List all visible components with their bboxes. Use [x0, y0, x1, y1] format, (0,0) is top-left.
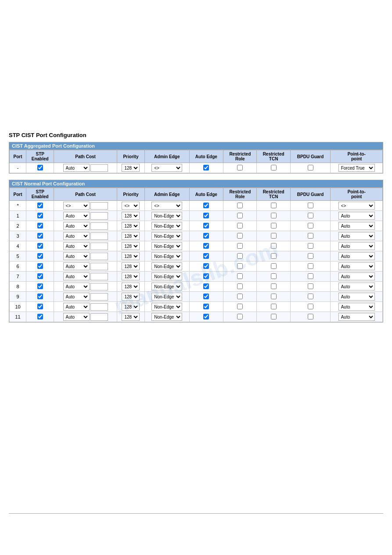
point-to-point-select[interactable]: AutoForced TrueForced False [338, 222, 375, 230]
priority-select[interactable]: 1280163248648096112144160176192208224240 [122, 262, 140, 270]
agg-auto-edge-checkbox[interactable] [203, 165, 209, 170]
admin-edge-select[interactable]: Non-EdgeEdgeAuto [151, 252, 182, 260]
restricted-tcn-checkbox[interactable] [271, 283, 277, 289]
path-cost-select[interactable]: AutoSpecific [63, 252, 90, 260]
path-cost-select[interactable]: AutoSpecific [63, 232, 90, 240]
agg-path-cost-select[interactable]: Auto Specific [63, 164, 90, 172]
auto-edge-checkbox[interactable] [203, 223, 209, 229]
wildcard-path-cost-input[interactable] [90, 202, 108, 210]
priority-select[interactable]: 1280163248648096112144160176192208224240 [122, 303, 140, 311]
agg-bpdu-guard-checkbox[interactable] [308, 165, 313, 170]
bpdu-guard-checkbox[interactable] [308, 223, 313, 229]
path-cost-select[interactable]: AutoSpecific [63, 242, 90, 250]
admin-edge-select[interactable]: Non-EdgeEdgeAuto [151, 222, 182, 230]
restricted-tcn-checkbox[interactable] [271, 223, 277, 229]
wildcard-auto-edge-checkbox[interactable] [203, 203, 209, 208]
auto-edge-checkbox[interactable] [203, 304, 209, 309]
stp-checkbox[interactable] [37, 223, 43, 229]
restricted-tcn-checkbox[interactable] [271, 294, 277, 299]
path-cost-input[interactable] [90, 273, 108, 280]
wildcard-stp-checkbox[interactable] [37, 203, 43, 208]
bpdu-guard-checkbox[interactable] [308, 273, 313, 279]
stp-checkbox[interactable] [37, 304, 43, 309]
restricted-tcn-checkbox[interactable] [271, 253, 277, 259]
admin-edge-select[interactable]: Non-EdgeEdgeAuto [151, 262, 182, 270]
wildcard-point-to-point-select[interactable]: <> Auto Forced True Forced False [338, 202, 375, 210]
path-cost-input[interactable] [90, 212, 108, 220]
agg-path-cost-input[interactable] [90, 164, 108, 172]
agg-priority-select[interactable]: 128 [122, 164, 140, 172]
agg-restricted-tcn-checkbox[interactable] [271, 165, 277, 170]
agg-stp-checkbox[interactable] [37, 165, 43, 170]
stp-checkbox[interactable] [37, 273, 43, 279]
point-to-point-select[interactable]: AutoForced TrueForced False [338, 232, 375, 240]
bpdu-guard-checkbox[interactable] [308, 294, 313, 299]
restricted-role-checkbox[interactable] [237, 263, 243, 269]
stp-checkbox[interactable] [37, 294, 43, 299]
restricted-role-checkbox[interactable] [237, 314, 243, 319]
priority-select[interactable]: 1280163248648096112144160176192208224240 [122, 242, 140, 250]
admin-edge-select[interactable]: Non-EdgeEdgeAuto [151, 283, 182, 290]
point-to-point-select[interactable]: AutoForced TrueForced False [338, 303, 375, 311]
path-cost-select[interactable]: AutoSpecific [63, 303, 90, 311]
admin-edge-select[interactable]: Non-EdgeEdgeAuto [151, 242, 182, 250]
path-cost-input[interactable] [90, 222, 108, 230]
agg-admin-edge-select[interactable]: <> Non-Edge Edge Auto [151, 164, 182, 172]
bpdu-guard-checkbox[interactable] [308, 314, 313, 319]
path-cost-select[interactable]: AutoSpecific [63, 222, 90, 230]
bpdu-guard-checkbox[interactable] [308, 304, 313, 309]
admin-edge-select[interactable]: Non-EdgeEdgeAuto [151, 272, 182, 280]
path-cost-input[interactable] [90, 263, 108, 270]
wildcard-priority-select[interactable]: <> 128 [122, 202, 140, 210]
path-cost-select[interactable]: AutoSpecific [63, 212, 90, 220]
admin-edge-select[interactable]: Non-EdgeEdgeAuto [151, 293, 182, 301]
path-cost-select[interactable]: AutoSpecific [63, 293, 90, 301]
point-to-point-select[interactable]: AutoForced TrueForced False [338, 272, 375, 280]
wildcard-restricted-tcn-checkbox[interactable] [271, 203, 277, 208]
priority-select[interactable]: 1280163248648096112144160176192208224240 [122, 252, 140, 260]
path-cost-input[interactable] [90, 232, 108, 240]
priority-select[interactable]: 1280163248648096112144160176192208224240 [122, 313, 140, 321]
path-cost-input[interactable] [90, 253, 108, 260]
priority-select[interactable]: 1280163248648096112144160176192208224240 [122, 212, 140, 220]
agg-point-to-point-select[interactable]: Forced True Auto Forced False [338, 164, 375, 172]
admin-edge-select[interactable]: Non-EdgeEdgeAuto [151, 212, 182, 220]
bpdu-guard-checkbox[interactable] [308, 233, 313, 239]
admin-edge-select[interactable]: Non-EdgeEdgeAuto [151, 303, 182, 311]
point-to-point-select[interactable]: AutoForced TrueForced False [338, 293, 375, 301]
restricted-role-checkbox[interactable] [237, 233, 243, 239]
stp-checkbox[interactable] [37, 283, 43, 289]
stp-checkbox[interactable] [37, 233, 43, 239]
restricted-tcn-checkbox[interactable] [271, 213, 277, 218]
priority-select[interactable]: 1280163248648096112144160176192208224240 [122, 293, 140, 301]
wildcard-bpdu-guard-checkbox[interactable] [308, 203, 313, 208]
restricted-tcn-checkbox[interactable] [271, 243, 277, 249]
restricted-role-checkbox[interactable] [237, 304, 243, 309]
restricted-role-checkbox[interactable] [237, 253, 243, 259]
point-to-point-select[interactable]: AutoForced TrueForced False [338, 283, 375, 290]
bpdu-guard-checkbox[interactable] [308, 283, 313, 289]
priority-select[interactable]: 1280163248648096112144160176192208224240 [122, 283, 140, 290]
path-cost-input[interactable] [90, 293, 108, 301]
restricted-tcn-checkbox[interactable] [271, 263, 277, 269]
admin-edge-select[interactable]: Non-EdgeEdgeAuto [151, 313, 182, 321]
auto-edge-checkbox[interactable] [203, 294, 209, 299]
priority-select[interactable]: 1280163248648096112144160176192208224240 [122, 222, 140, 230]
auto-edge-checkbox[interactable] [203, 273, 209, 279]
auto-edge-checkbox[interactable] [203, 314, 209, 319]
restricted-tcn-checkbox[interactable] [271, 314, 277, 319]
bpdu-guard-checkbox[interactable] [308, 253, 313, 259]
stp-checkbox[interactable] [37, 314, 43, 319]
point-to-point-select[interactable]: AutoForced TrueForced False [338, 212, 375, 220]
restricted-role-checkbox[interactable] [237, 223, 243, 229]
stp-checkbox[interactable] [37, 243, 43, 249]
bpdu-guard-checkbox[interactable] [308, 213, 313, 218]
restricted-tcn-checkbox[interactable] [271, 304, 277, 309]
auto-edge-checkbox[interactable] [203, 253, 209, 259]
wildcard-admin-edge-select[interactable]: <> Non-Edge Edge Auto [151, 202, 182, 210]
auto-edge-checkbox[interactable] [203, 233, 209, 239]
restricted-tcn-checkbox[interactable] [271, 273, 277, 279]
path-cost-input[interactable] [90, 243, 108, 250]
auto-edge-checkbox[interactable] [203, 213, 209, 218]
priority-select[interactable]: 1280163248648096112144160176192208224240 [122, 272, 140, 280]
